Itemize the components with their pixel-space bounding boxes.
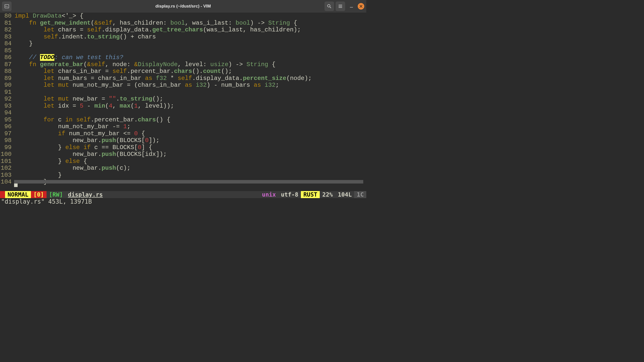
line-number: 81: [0, 20, 12, 27]
horizontal-scrollbar[interactable]: [14, 180, 363, 184]
code-line: fn generate_bar(&self, node: &DisplayNod…: [15, 61, 366, 68]
search-button[interactable]: [325, 2, 334, 11]
code-line: let chars = self.display_data.get_tree_c…: [15, 26, 366, 33]
editor-area[interactable]: 80 81 82 83 84 85 86 87 88 89 90 91 92 9…: [0, 13, 366, 186]
line-number: 83: [0, 33, 12, 40]
code-line: }: [15, 172, 366, 179]
fileformat: unix: [259, 191, 278, 198]
status-line: NORMAL [0] [RW] display.rs unix utf-8 RU…: [0, 191, 366, 198]
message-line: "display.rs" 453L, 13971B: [0, 198, 366, 205]
status-marker: [0, 191, 5, 198]
code-line: let mut new_bar = "".to_string();: [15, 96, 366, 103]
window-title: display.rs (~/dust/src) - VIM: [155, 4, 211, 9]
code-line: let idx = 5 - min(4, max(1, level));: [15, 103, 366, 110]
line-number: 104: [0, 178, 12, 186]
code-line: }: [15, 40, 366, 47]
vim-mode: NORMAL: [5, 191, 31, 198]
line-number: 85: [0, 47, 12, 54]
code-line: fn get_new_indent(&self, has_children: b…: [15, 20, 366, 27]
line-number: 102: [0, 165, 12, 172]
terminal-icon: [4, 4, 9, 9]
code-line: [15, 89, 366, 96]
line-number: 94: [0, 109, 12, 116]
line-number: 82: [0, 26, 12, 33]
encoding: utf-8: [278, 191, 301, 198]
readwrite-flag: [RW]: [47, 191, 65, 198]
code-line: num_not_my_bar -= 1;: [15, 123, 366, 130]
line-number: 101: [0, 158, 12, 165]
line-number: 80: [0, 13, 12, 20]
status-spacer: [105, 191, 260, 198]
svg-point-2: [328, 5, 330, 7]
code-line: [15, 47, 366, 54]
hamburger-icon: [338, 4, 343, 9]
code-line: } else if c == BLOCKS[0] {: [15, 144, 366, 151]
svg-rect-0: [5, 5, 9, 8]
code-line: let chars_in_bar = self.percent_bar.char…: [15, 68, 366, 75]
filetype: RUST: [301, 191, 320, 198]
line-number: 84: [0, 40, 12, 47]
line-number: 86: [0, 54, 12, 61]
code-line: let mut num_not_my_bar = (chars_in_bar a…: [15, 82, 366, 89]
minimize-button[interactable]: [348, 3, 355, 10]
code-line: new_bar.push(c);: [15, 165, 366, 172]
line-number: 88: [0, 68, 12, 75]
line-number: 87: [0, 61, 12, 68]
app-icon-button[interactable]: [2, 2, 12, 11]
line-number: 96: [0, 123, 12, 130]
line-count: 104L: [335, 191, 354, 198]
menu-button[interactable]: [336, 2, 345, 11]
buffer-number: [0]: [31, 191, 47, 198]
column-number: 1C: [354, 191, 366, 198]
line-number-gutter: 80 81 82 83 84 85 86 87 88 89 90 91 92 9…: [0, 13, 13, 186]
line-number: 100: [0, 151, 12, 158]
scroll-percent: 22%: [320, 191, 335, 198]
code-line: new_bar.push(BLOCKS[idx]);: [15, 151, 366, 158]
code-line: // TODO: can we test this?: [15, 54, 366, 61]
svg-line-3: [330, 7, 331, 8]
code-line: new_bar.push(BLOCKS[0]);: [15, 137, 366, 144]
line-number: 93: [0, 103, 12, 110]
line-number: 97: [0, 130, 12, 137]
line-number: 92: [0, 96, 12, 103]
line-number: 89: [0, 75, 12, 82]
line-number: 99: [0, 144, 12, 151]
search-icon: [327, 4, 332, 9]
close-icon: [359, 5, 363, 8]
titlebar: display.rs (~/dust/src) - VIM: [0, 0, 366, 13]
close-button[interactable]: [358, 3, 364, 10]
code-line: self.indent.to_string() + chars: [15, 33, 366, 40]
line-number: 95: [0, 116, 12, 123]
code-line: impl DrawData<'_> {: [15, 13, 366, 20]
line-number: 103: [0, 172, 12, 179]
line-number: 90: [0, 82, 12, 89]
code-line: } else {: [15, 158, 366, 165]
line-number: 98: [0, 137, 12, 144]
code-line: if num_not_my_bar <= 0 {: [15, 130, 366, 137]
code-content[interactable]: impl DrawData<'_> { fn get_new_indent(&s…: [13, 13, 366, 186]
line-number: 91: [0, 89, 12, 96]
minimize-icon: [349, 4, 353, 8]
filename: display.rs: [65, 191, 105, 198]
code-line: for c in self.percent_bar.chars() {: [15, 116, 366, 123]
code-line: let num_bars = chars_in_bar as f32 * sel…: [15, 75, 366, 82]
code-line: [15, 109, 366, 116]
